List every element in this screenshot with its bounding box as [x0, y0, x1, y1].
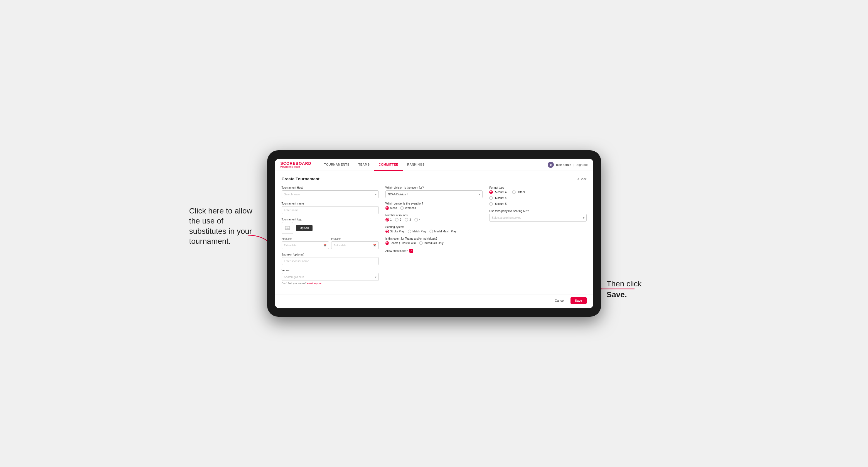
page-header: Create Tournament Back — [282, 177, 587, 181]
form-col-3: Format type 5 count 4 Other — [489, 186, 586, 289]
page-content: Create Tournament Back Tournament Host S… — [275, 171, 593, 294]
gender-mens-radio[interactable] — [385, 206, 389, 210]
nav-tournaments[interactable]: TOURNAMENTS — [320, 159, 354, 171]
rounds-4-radio[interactable] — [414, 218, 418, 221]
start-date-label: Start date — [282, 238, 329, 241]
end-date-label: End date — [331, 238, 379, 241]
format-5count4[interactable]: 5 count 4 — [489, 190, 506, 194]
venue-hint: Can't find your venue? email support — [282, 282, 379, 285]
scoring-service-select[interactable]: Select a scoring service ▾ — [489, 214, 586, 221]
scoring-label: Scoring system — [385, 225, 483, 228]
event-individuals-radio[interactable] — [419, 241, 423, 245]
nav-right: B blair admin | Sign out — [548, 162, 587, 168]
tournament-name-input[interactable]: Enter name — [282, 206, 379, 214]
rounds-3[interactable]: 3 — [405, 218, 411, 221]
tournament-host-label: Tournament Host — [282, 186, 379, 189]
event-type-group: Is this event for Teams and/or Individua… — [385, 237, 483, 245]
scoring-group: Scoring system Stroke Play Match Play — [385, 225, 483, 233]
logo-powered: Powered by clippd — [281, 165, 311, 168]
format-6count5-radio[interactable] — [489, 202, 493, 206]
end-date-group: End date Pick a date 📅 — [331, 238, 379, 249]
allow-substitutes-item[interactable]: Allow substitutes? ✓ — [385, 249, 483, 253]
event-individuals[interactable]: Individuals Only — [419, 241, 443, 245]
gender-womens[interactable]: Womens — [400, 206, 416, 210]
annotation-right: Then click Save. — [607, 278, 668, 300]
division-select[interactable]: NCAA Division I ▾ — [385, 190, 483, 198]
avatar: B — [548, 162, 554, 168]
scoring-stroke-radio[interactable] — [385, 229, 389, 233]
division-label: Which division is the event for? — [385, 186, 483, 189]
start-date-input[interactable]: Pick a date 📅 — [282, 241, 329, 249]
venue-email-link[interactable]: email support — [307, 282, 322, 285]
logo-upload-area: Upload — [282, 222, 379, 234]
tournament-host-input[interactable]: Search team ▾ — [282, 190, 379, 198]
sign-out-link[interactable]: Sign out — [576, 163, 587, 166]
rounds-radio-group: 1 2 3 — [385, 218, 483, 221]
cancel-button[interactable]: Cancel — [552, 297, 568, 304]
sponsor-label: Sponsor (optional) — [282, 253, 379, 256]
tournament-logo-label: Tournament logo — [282, 218, 379, 221]
format-other[interactable]: Other — [512, 190, 525, 194]
scoring-medal[interactable]: Medal Match Play — [429, 229, 456, 233]
upload-button[interactable]: Upload — [296, 225, 313, 231]
gender-group: Which gender is the event for? Mens Wome… — [385, 202, 483, 210]
tournament-name-label: Tournament name — [282, 202, 379, 205]
venue-group: Venue Search golf club ▾ Can't find your… — [282, 269, 379, 285]
event-teams[interactable]: Teams (+Individuals) — [385, 241, 416, 245]
date-group: Start date Pick a date 📅 End date — [282, 238, 379, 249]
tournament-logo-group: Tournament logo Upload — [282, 218, 379, 234]
format-label: Format type — [489, 186, 586, 189]
gender-label: Which gender is the event for? — [385, 202, 483, 205]
allow-substitutes-label: Allow substitutes? — [385, 249, 408, 252]
tournament-name-group: Tournament name Enter name — [282, 202, 379, 214]
format-options: 5 count 4 Other 6 count 4 — [489, 190, 586, 206]
gender-radio-group: Mens Womens — [385, 206, 483, 210]
sponsor-group: Sponsor (optional) Enter sponsor name — [282, 253, 379, 265]
sponsor-input[interactable]: Enter sponsor name — [282, 257, 379, 265]
format-5count4-radio[interactable] — [489, 190, 493, 194]
end-date-input[interactable]: Pick a date 📅 — [331, 241, 379, 249]
nav-teams[interactable]: TEAMS — [354, 159, 374, 171]
division-group: Which division is the event for? NCAA Di… — [385, 186, 483, 198]
nav-items: TOURNAMENTS TEAMS COMMITTEE RANKINGS — [320, 159, 548, 171]
event-teams-radio[interactable] — [385, 241, 389, 245]
allow-substitutes-checkbox[interactable]: ✓ — [409, 249, 413, 253]
scoring-match-radio[interactable] — [408, 229, 411, 233]
nav-committee[interactable]: COMMITTEE — [374, 159, 403, 171]
page-title: Create Tournament — [282, 177, 319, 181]
scoring-api-label: Use third-party live scoring API? — [489, 210, 586, 213]
format-other-radio[interactable] — [512, 190, 516, 194]
logo-placeholder — [282, 222, 293, 234]
rounds-2-radio[interactable] — [395, 218, 399, 221]
tablet-frame: SCOREBOARD Powered by clippd TOURNAMENTS… — [267, 150, 601, 317]
rounds-1[interactable]: 1 — [385, 218, 392, 221]
venue-input[interactable]: Search golf club ▾ — [282, 273, 379, 281]
scoring-stroke[interactable]: Stroke Play — [385, 229, 404, 233]
nav-bar: SCOREBOARD Powered by clippd TOURNAMENTS… — [275, 159, 593, 171]
rounds-4[interactable]: 4 — [414, 218, 421, 221]
rounds-label: Number of rounds — [385, 214, 483, 217]
form-col-2: Which division is the event for? NCAA Di… — [385, 186, 483, 289]
format-6count4[interactable]: 6 count 4 — [489, 196, 586, 200]
rounds-2[interactable]: 2 — [395, 218, 401, 221]
rounds-1-radio[interactable] — [385, 218, 389, 221]
svg-rect-2 — [285, 226, 290, 229]
logo: SCOREBOARD — [281, 161, 311, 165]
format-6count5[interactable]: 6 count 5 — [489, 202, 586, 206]
logo-area: SCOREBOARD Powered by clippd — [281, 161, 311, 168]
nav-rankings[interactable]: RANKINGS — [403, 159, 429, 171]
venue-label: Venue — [282, 269, 379, 272]
tournament-host-group: Tournament Host Search team ▾ — [282, 186, 379, 198]
gender-womens-radio[interactable] — [400, 206, 404, 210]
rounds-group: Number of rounds 1 2 — [385, 214, 483, 221]
rounds-3-radio[interactable] — [405, 218, 408, 221]
format-6count4-radio[interactable] — [489, 196, 493, 200]
tablet-screen: SCOREBOARD Powered by clippd TOURNAMENTS… — [275, 159, 593, 308]
scoring-match[interactable]: Match Play — [408, 229, 426, 233]
scoring-medal-radio[interactable] — [429, 229, 433, 233]
format-group: Format type 5 count 4 Other — [489, 186, 586, 206]
back-link[interactable]: Back — [577, 177, 587, 181]
gender-mens[interactable]: Mens — [385, 206, 397, 210]
form-col-1: Tournament Host Search team ▾ Tournament… — [282, 186, 379, 289]
save-button[interactable]: Save — [570, 297, 587, 304]
